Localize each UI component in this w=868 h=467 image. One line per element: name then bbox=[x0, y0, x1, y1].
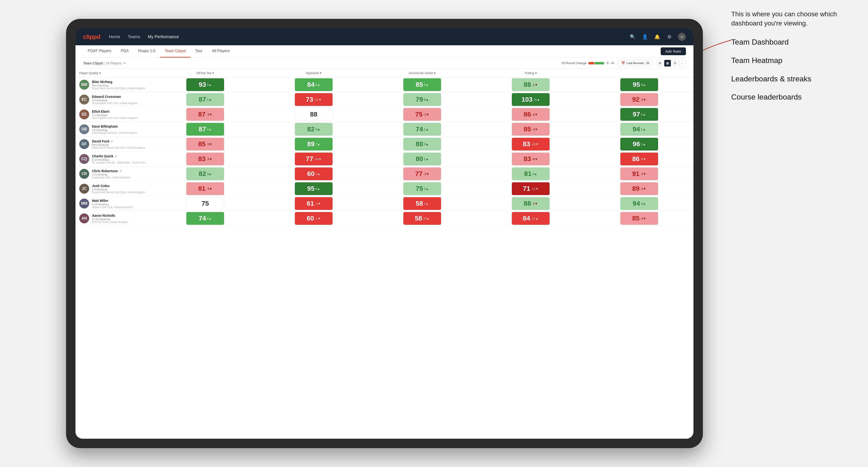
metric-change: -1▼ bbox=[315, 217, 320, 220]
bell-icon[interactable]: 🔔 bbox=[653, 33, 661, 40]
metric-cell: 60-1▼ bbox=[259, 211, 368, 226]
metric-change: 8▲ bbox=[424, 83, 429, 87]
add-team-button[interactable]: Add Team bbox=[661, 48, 686, 55]
metric-cell: 86-8▼ bbox=[585, 152, 693, 166]
metric-score: 60 bbox=[307, 215, 314, 222]
metric-change: -3▼ bbox=[640, 98, 646, 101]
sub-nav-allplayers[interactable]: All Players bbox=[207, 45, 235, 58]
edit-icon[interactable]: ✏ bbox=[123, 61, 126, 65]
player-club: Woburn Golf Club, United Kingdom bbox=[92, 206, 147, 209]
sub-nav-pgat[interactable]: PGAT Players bbox=[83, 45, 116, 58]
metric-change: 4▲ bbox=[316, 128, 320, 131]
player-cell[interactable]: DBDave Billingham1-5 HandicapGog Magog G… bbox=[75, 122, 151, 137]
search-icon[interactable]: 🔍 bbox=[629, 33, 637, 40]
metric-change: -3▼ bbox=[423, 113, 429, 116]
metric-score: 80 bbox=[415, 155, 423, 163]
team-header: Team Clippd | 14 Players ✏ 20 Round Chan… bbox=[75, 58, 693, 69]
col-header-offtee[interactable]: Off the Tee ▾ bbox=[151, 69, 259, 77]
player-cell[interactable]: MMMatt Miller6-10 HandicapWoburn Golf Cl… bbox=[75, 196, 151, 211]
metric-cell: 88 bbox=[259, 107, 368, 122]
player-cell[interactable]: JCJosh Coles1-5 HandicapRoyal North Devo… bbox=[75, 181, 151, 196]
player-cell[interactable]: ANAaron Nicholls11-15 HandicapDrift Golf… bbox=[75, 211, 151, 226]
metric-score: 88 bbox=[524, 81, 531, 88]
avatar: CR bbox=[79, 169, 89, 179]
player-cell[interactable]: EEElliot Ebert1-5 HandicapSunningdale Go… bbox=[75, 107, 151, 122]
metric-cell: 75 bbox=[151, 196, 259, 211]
avatar: JC bbox=[79, 184, 89, 194]
col-header-player: Player Quality ▾ bbox=[75, 69, 151, 77]
sub-nav-tour[interactable]: Tour bbox=[191, 45, 207, 58]
player-name: David Ford ✓ bbox=[92, 139, 147, 143]
settings-icon[interactable]: ⚙ bbox=[665, 33, 673, 40]
metric-change: 3▲ bbox=[424, 143, 429, 146]
last-rounds-button[interactable]: 📅 Last Rounds: 20 bbox=[618, 60, 653, 66]
metric-cell: 871▲ bbox=[151, 92, 259, 107]
metric-change: 1▲ bbox=[424, 157, 429, 161]
metric-score: 95 bbox=[307, 185, 314, 192]
avatar: CQ bbox=[79, 154, 89, 164]
metric-score: 83 bbox=[198, 155, 206, 163]
nav-link-teams[interactable]: Teams bbox=[128, 34, 140, 39]
metric-cell: 963▲ bbox=[585, 137, 693, 152]
table-header: Player Quality ▾ Off the Tee ▾ Approach … bbox=[75, 69, 693, 77]
grid-view-button[interactable]: ⊞ bbox=[657, 60, 663, 66]
player-name: Elliot Ebert bbox=[92, 110, 147, 114]
metric-cell: 858▲ bbox=[368, 77, 476, 92]
metric-cell: 939▲ bbox=[151, 77, 259, 92]
verified-icon: ✓ bbox=[110, 140, 113, 143]
col-header-approach[interactable]: Approach ▾ bbox=[259, 69, 368, 77]
metric-change: -2▼ bbox=[532, 202, 537, 206]
player-cell[interactable]: ECEdward Crossman1-5 HandicapSunningdale… bbox=[75, 92, 151, 107]
metric-score: 74 bbox=[415, 125, 423, 133]
annotation-item-4: Course leaderboards bbox=[731, 92, 854, 102]
metric-cell: 61-3▼ bbox=[259, 196, 368, 211]
tablet-frame: clippd Home Teams My Performance 🔍 👤 🔔 ⚙… bbox=[66, 19, 703, 448]
player-cell[interactable]: DFDavid Ford ✓Plus HandicapRoyal North D… bbox=[75, 137, 151, 152]
col-header-putting[interactable]: Putting ▾ bbox=[476, 69, 585, 77]
player-handicap: 11-15 Handicap bbox=[92, 218, 147, 220]
metric-score: 75 bbox=[415, 185, 423, 192]
metric-change: -3▼ bbox=[206, 143, 212, 146]
metric-cell: 5810▲ bbox=[368, 211, 476, 226]
metric-score: 94 bbox=[632, 125, 640, 133]
player-handicap: 6-10 Handicap bbox=[92, 158, 147, 161]
avatar: AN bbox=[79, 214, 89, 223]
view-icons: ⊞ ▦ ☰ ↓ bbox=[657, 60, 686, 66]
avatar[interactable]: U bbox=[678, 33, 686, 41]
profile-icon[interactable]: 👤 bbox=[641, 33, 649, 40]
player-name: Dave Billingham bbox=[92, 125, 147, 128]
bar-negative bbox=[588, 62, 594, 64]
player-cell[interactable]: CQCharlie Quick ✓6-10 HandicapSt. George… bbox=[75, 152, 151, 166]
download-button[interactable]: ↓ bbox=[679, 60, 686, 66]
sub-nav-hcaps[interactable]: Hcaps 1-5 bbox=[133, 45, 160, 58]
nav-link-myperformance[interactable]: My Performance bbox=[148, 34, 179, 39]
list-view-button[interactable]: ☰ bbox=[672, 60, 678, 66]
metric-cell: 89-2▼ bbox=[585, 181, 693, 196]
verified-icon: ✓ bbox=[114, 155, 117, 158]
tablet-screen: clippd Home Teams My Performance 🔍 👤 🔔 ⚙… bbox=[75, 28, 693, 439]
sub-nav-pga[interactable]: PGA bbox=[116, 45, 133, 58]
metric-score: 89 bbox=[307, 140, 314, 148]
metric-score: 60 bbox=[307, 170, 314, 178]
change-bar bbox=[588, 62, 604, 64]
metric-cell: 85-3▼ bbox=[476, 122, 585, 137]
metric-cell: 92-3▼ bbox=[585, 92, 693, 107]
metric-change: -11▼ bbox=[314, 98, 322, 101]
metric-cell: 85-3▼ bbox=[151, 137, 259, 152]
player-cell[interactable]: BMBlair McHargPlus HandicapRoyal North D… bbox=[75, 77, 151, 92]
metric-cell: 77-3▼ bbox=[368, 166, 476, 181]
metric-score: 94 bbox=[632, 200, 640, 207]
metric-cell: 88-2▼ bbox=[476, 196, 585, 211]
metric-cell: 941▲ bbox=[585, 122, 693, 137]
metric-change: -10▼ bbox=[531, 143, 539, 146]
col-header-aroundgreen[interactable]: Around the Green ▾ bbox=[368, 69, 476, 77]
avatar: DB bbox=[79, 124, 89, 134]
heatmap-view-button[interactable]: ▦ bbox=[664, 60, 671, 66]
sub-nav-teamclippd[interactable]: Team Clippd bbox=[160, 45, 191, 58]
player-cell[interactable]: CRChris Robertson ✓1-5 HandicapCraigmill… bbox=[75, 166, 151, 181]
metric-change: -3▼ bbox=[206, 113, 212, 116]
nav-links: Home Teams My Performance bbox=[109, 34, 629, 39]
nav-link-home[interactable]: Home bbox=[109, 34, 120, 39]
metric-change: -6▼ bbox=[532, 113, 537, 116]
metric-cell: 602▲ bbox=[259, 166, 368, 181]
